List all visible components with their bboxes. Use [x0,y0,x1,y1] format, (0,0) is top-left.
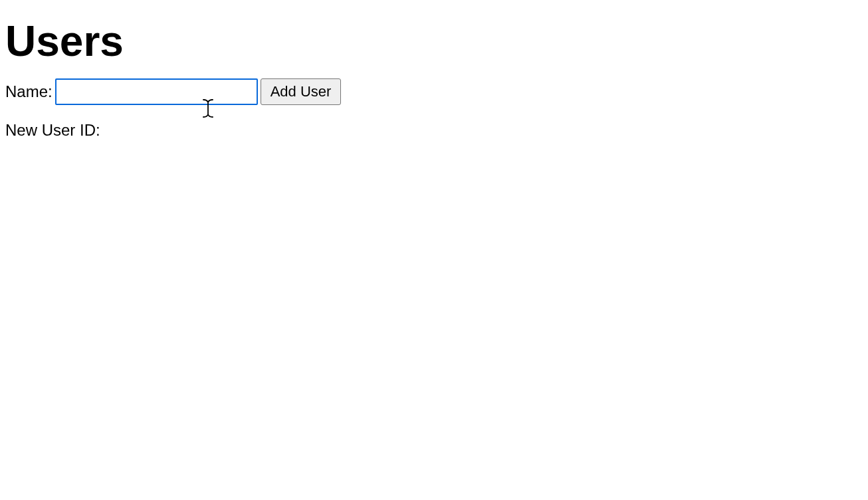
add-user-form: Name: Add User [5,78,863,105]
new-user-id-row: New User ID: [5,121,863,140]
name-label: Name: [5,82,53,101]
name-input[interactable] [55,78,258,105]
new-user-id-label: New User ID: [5,121,100,139]
page-title: Users [5,20,863,62]
add-user-button[interactable]: Add User [261,78,342,105]
